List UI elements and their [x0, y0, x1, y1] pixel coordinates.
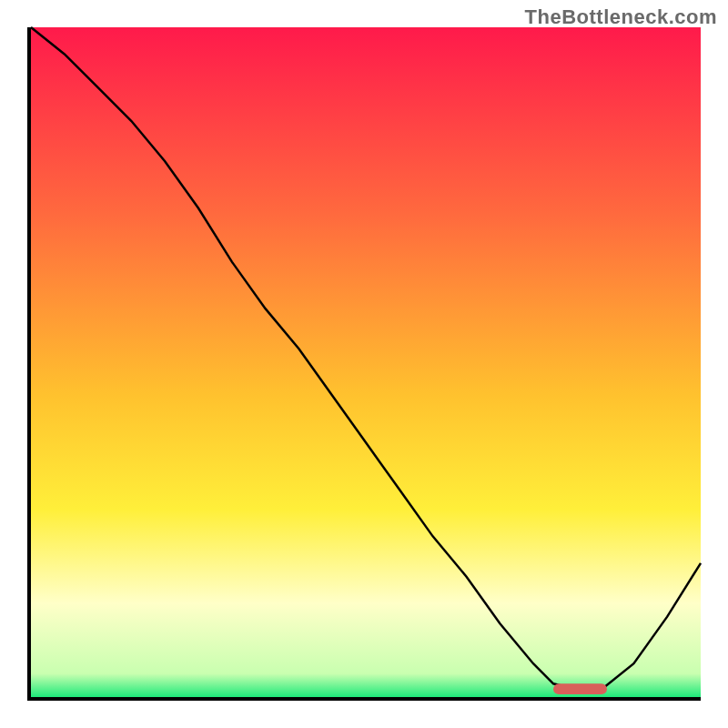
bottleneck-curve: [31, 27, 701, 691]
curve-overlay: [31, 27, 701, 697]
chart-frame: TheBottleneck.com: [0, 0, 728, 728]
plot-area: [27, 27, 701, 701]
watermark-text: TheBottleneck.com: [525, 5, 717, 29]
optimal-marker: [553, 683, 607, 694]
